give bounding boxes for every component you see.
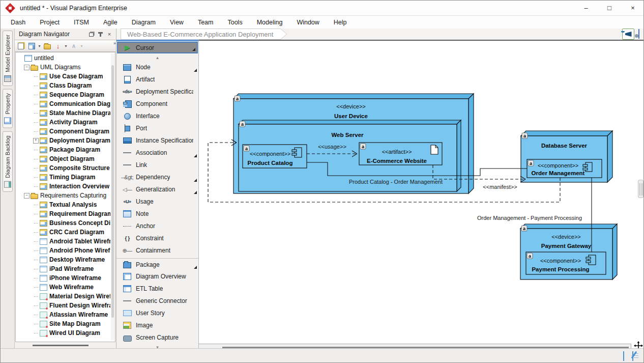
menu-item[interactable]: Help [327, 17, 354, 27]
tree-expander[interactable] [33, 156, 39, 162]
minimize-button[interactable]: – [574, 1, 598, 15]
menu-item[interactable]: Team [191, 17, 221, 27]
new-diagram-button[interactable] [16, 41, 26, 51]
tree-item[interactable]: untitled [17, 53, 110, 63]
tree-expander[interactable] [33, 220, 39, 226]
tree-item[interactable]: Communication Diagram [17, 99, 110, 108]
palette-item[interactable]: Anchor [116, 220, 198, 232]
menu-item[interactable]: Dash [4, 17, 33, 27]
menu-item[interactable]: Diagram [125, 17, 163, 27]
diagram-canvas[interactable]: <<device>> User Device Web Server <<comp… [199, 40, 644, 351]
palette-item[interactable]: «ds» Deployment Specification [116, 86, 198, 98]
tree-item[interactable]: Desktop Wireframe [17, 255, 110, 264]
tree-expander[interactable] [33, 138, 39, 144]
palette-item[interactable]: Component [116, 98, 198, 110]
tree-item[interactable]: Interaction Overview Diagram [17, 182, 110, 191]
tree-item[interactable]: UML Diagrams [17, 63, 110, 72]
breadcrumb[interactable]: Web-Based E-Commerce Application Deploym… [121, 29, 286, 39]
tree-expander[interactable] [33, 321, 39, 327]
tree-item[interactable]: Class Diagram [17, 81, 110, 90]
tree-expander[interactable] [33, 312, 39, 318]
side-tab[interactable]: Diagram Backlog [3, 131, 13, 192]
announcements-button[interactable] [622, 29, 634, 40]
layout-button[interactable] [638, 30, 639, 39]
sort-dropdown[interactable]: ▾ [64, 44, 68, 48]
node-payment-processing[interactable]: <<component>> Payment Processing [526, 252, 606, 274]
tree-item[interactable]: Fluent Design Wireframe [17, 301, 110, 310]
tree-item[interactable]: Sequence Diagram [17, 90, 110, 99]
model-structure-button[interactable] [26, 41, 37, 51]
tree-vertical-scrollbar[interactable] [111, 53, 114, 341]
palette-item[interactable]: Artifact [116, 73, 198, 86]
tree-expander[interactable] [33, 101, 39, 107]
menu-item[interactable]: ITSM [67, 17, 96, 27]
collapse-button[interactable]: ∧ [69, 41, 79, 51]
notes-button[interactable] [632, 352, 633, 361]
tree-item[interactable]: Activity Diagram [17, 118, 110, 127]
tree-expander[interactable] [33, 74, 39, 79]
tree-expander[interactable] [33, 239, 39, 244]
menu-item[interactable]: View [163, 17, 191, 27]
close-panel-button[interactable]: × [105, 30, 114, 38]
tree-item[interactable]: Site Map Diagram [17, 319, 110, 328]
tree-item[interactable]: Material Design Wireframe [17, 292, 110, 301]
node-ecommerce-website[interactable]: <<artifact>> E-Commerce Website [359, 143, 442, 165]
node-product-catalog[interactable]: <<component>> Product Catalog [243, 145, 307, 168]
tree-item[interactable]: Requirement Diagram [17, 209, 110, 218]
tree-item[interactable]: Package Diagram [17, 145, 110, 154]
tree-expander[interactable] [33, 303, 39, 309]
menu-item[interactable]: Modeling [250, 17, 290, 27]
tree-expander[interactable] [33, 275, 39, 281]
tree-item[interactable]: Wired UI Diagram [17, 328, 110, 338]
palette-item[interactable]: Association [116, 147, 198, 159]
deployment-diagram[interactable]: <<device>> User Device Web Server <<comp… [199, 41, 644, 339]
palette-item[interactable]: Interface [116, 110, 198, 122]
palette-item[interactable]: Screen Capture [116, 331, 198, 344]
tree-expander[interactable] [33, 175, 39, 180]
tree-expander[interactable] [24, 193, 30, 199]
palette-item[interactable]: { } Constraint [116, 232, 198, 244]
side-tab[interactable]: Model Explorer [3, 31, 13, 86]
close-button[interactable]: × [621, 1, 644, 15]
palette-item[interactable]: ◁— Generalization [116, 183, 198, 196]
palette-item[interactable]: Node [116, 61, 198, 73]
tree-item[interactable]: Android Phone Wireframe [17, 246, 110, 255]
tree-expander[interactable] [33, 285, 39, 290]
palette-item[interactable]: «U» Usage [116, 196, 198, 208]
palette-item[interactable]: Link [116, 159, 198, 171]
tree-expander[interactable] [33, 294, 39, 299]
palette-item[interactable]: Diagram Overview [116, 270, 198, 283]
tree-item[interactable]: Object Diagram [17, 154, 110, 163]
palette-item[interactable]: Package [116, 258, 198, 270]
palette-item[interactable]: Port [116, 122, 198, 134]
menu-item[interactable]: Tools [220, 17, 249, 27]
tree-item[interactable]: CRC Card Diagram [17, 228, 110, 237]
tree-expander[interactable] [33, 230, 39, 235]
tree-item[interactable]: Atlassian Wireframe [17, 310, 110, 319]
palette-item[interactable]: Image [116, 319, 198, 331]
tree-expander[interactable] [33, 129, 39, 134]
toolbar-overflow-button[interactable]: » [113, 41, 115, 46]
float-panel-button[interactable] [86, 30, 96, 38]
model-structure-dropdown[interactable]: ▾ [37, 44, 42, 48]
palette-item-cursor[interactable]: Cursor [117, 42, 198, 53]
pin-panel-button[interactable] [96, 30, 105, 38]
palette-item[interactable]: Note [116, 208, 198, 220]
tree-expander[interactable] [33, 211, 39, 217]
palette-item[interactable]: --&gt; Dependency [116, 171, 198, 183]
menu-item[interactable]: Project [33, 17, 67, 27]
tree-expander[interactable] [33, 266, 39, 272]
palette-item[interactable]: Generic Connector [116, 295, 198, 307]
tree-item[interactable]: iPhone Wireframe [17, 273, 110, 283]
tree-expander[interactable] [33, 83, 39, 89]
messages-button[interactable] [623, 352, 624, 361]
menu-item[interactable]: Window [289, 17, 326, 27]
tree-horizontal-scrollbar[interactable] [15, 342, 116, 348]
tree-expander[interactable] [33, 110, 39, 116]
right-panel-grip[interactable] [638, 180, 643, 198]
tree-expander[interactable] [33, 92, 39, 98]
palette-scroll-up[interactable]: ▲ [116, 54, 198, 61]
tree-expander[interactable] [33, 202, 39, 208]
tree-expander[interactable] [33, 330, 39, 336]
tree-expander[interactable] [18, 55, 23, 61]
